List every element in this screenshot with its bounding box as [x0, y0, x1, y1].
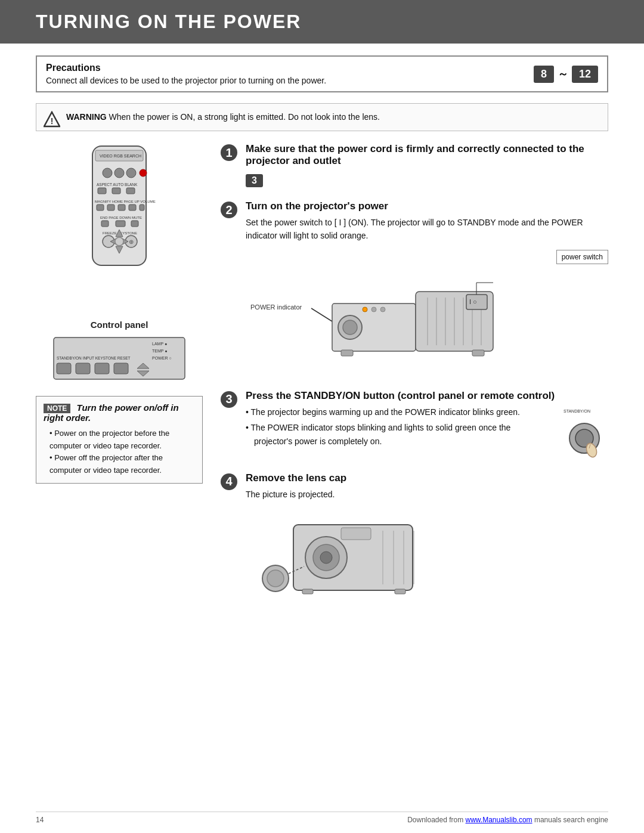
- power-switch-callout: power switch: [556, 250, 608, 264]
- warning-label: WARNING: [66, 112, 107, 122]
- step-3-body-row: The projector begins warming up and the …: [246, 405, 608, 459]
- step-3-number: 3: [221, 391, 237, 408]
- step-3-title: Press the STANDBY/ON button (control pan…: [246, 390, 608, 402]
- svg-rect-83: [395, 589, 405, 594]
- step-4-content: Remove the lens cap The picture is proje…: [246, 472, 608, 604]
- step-2: 2 Turn on the projector's power Set the …: [221, 200, 608, 371]
- svg-text:POWER ○: POWER ○: [152, 356, 172, 360]
- page-number: 14: [36, 816, 44, 824]
- warning-box: ! WARNING When the power is ON, a strong…: [36, 103, 608, 131]
- svg-rect-10: [98, 188, 106, 194]
- standby-button-illustration: STANDBY/ON: [561, 405, 608, 459]
- step-1: 1 Make sure that the power cord is firml…: [221, 143, 608, 187]
- svg-text:STANDBY/ON: STANDBY/ON: [564, 409, 590, 413]
- bottom-left: NOTE Turn the power on/off in right orde…: [36, 390, 203, 484]
- main-layout: VIDEO RGB SEARCH ASPECT AUTO BLANK MAGNI…: [36, 143, 608, 384]
- svg-rect-39: [95, 363, 109, 374]
- step-3-bullet-2: The POWER indicator stops blinking and l…: [246, 421, 551, 448]
- note-list-item-2: Power off the projector after the comput…: [49, 452, 195, 477]
- projector-lens-cap-container: [246, 507, 608, 604]
- page-start-badge: 8: [534, 66, 554, 83]
- bottom-row: NOTE Turn the power on/off in right orde…: [36, 390, 608, 617]
- svg-rect-40: [114, 363, 128, 374]
- control-panel-illustration: LAMP ● TEMP ● POWER ○ STANDBY/ON INPUT K…: [51, 335, 188, 382]
- svg-text:ASPECT  AUTO  BLANK: ASPECT AUTO BLANK: [97, 182, 138, 187]
- step-3-bullet-1: The projector begins warming up and the …: [246, 405, 551, 419]
- svg-point-75: [267, 570, 284, 587]
- note-label: NOTE: [44, 404, 70, 413]
- step-3-content: Press the STANDBY/ON button (control pan…: [246, 390, 608, 459]
- step-1-subbadge: 3: [246, 174, 263, 187]
- step-1-content: Make sure that the power cord is firmly …: [246, 143, 608, 187]
- svg-rect-15: [107, 205, 114, 210]
- step-4-number: 4: [221, 473, 237, 490]
- svg-rect-17: [129, 205, 136, 210]
- svg-text:STANDBY/ON  INPUT  KEYSTONE  R: STANDBY/ON INPUT KEYSTONE RESET: [57, 356, 131, 360]
- bottom-right: 3 Press the STANDBY/ON button (control p…: [221, 390, 608, 617]
- control-panel-container: LAMP ● TEMP ● POWER ○ STANDBY/ON INPUT K…: [36, 335, 203, 382]
- step-3-bullets: The projector begins warming up and the …: [246, 405, 551, 448]
- svg-rect-82: [302, 589, 313, 594]
- precautions-content: Precautions Connect all devices to be us…: [46, 63, 326, 85]
- svg-text:!: !: [51, 116, 54, 126]
- svg-rect-20: [101, 221, 109, 227]
- projector-lens-cap-illustration: [246, 507, 448, 602]
- svg-point-7: [126, 168, 136, 178]
- svg-rect-81: [341, 528, 371, 540]
- step-2-title: Turn on the projector's power: [246, 200, 608, 212]
- remote-control-container: VIDEO RGB SEARCH ASPECT AUTO BLANK MAGNI…: [36, 143, 203, 316]
- svg-text:POWER indicator: POWER indicator: [250, 304, 302, 311]
- svg-rect-12: [126, 188, 135, 194]
- svg-point-48: [363, 307, 367, 312]
- warning-text: WARNING When the power is ON, a strong l…: [66, 111, 599, 123]
- svg-rect-11: [112, 188, 120, 194]
- svg-point-6: [114, 168, 124, 178]
- svg-point-73: [320, 552, 332, 563]
- remote-control-illustration: VIDEO RGB SEARCH ASPECT AUTO BLANK MAGNI…: [60, 143, 179, 316]
- page-footer: 14 Downloaded from www.Manualslib.com ma…: [36, 812, 608, 824]
- svg-point-5: [103, 168, 112, 178]
- step-4-title: Remove the lens cap: [246, 472, 608, 484]
- svg-point-47: [343, 320, 357, 335]
- left-column: VIDEO RGB SEARCH ASPECT AUTO BLANK MAGNI…: [36, 143, 203, 382]
- svg-rect-38: [76, 363, 90, 374]
- svg-text:TEMP ●: TEMP ●: [152, 349, 168, 353]
- step-2-body: Set the power switch to [ I ] (ON). The …: [246, 216, 608, 243]
- svg-text:VIDEO  RGB  SEARCH: VIDEO RGB SEARCH: [100, 154, 141, 158]
- svg-line-44: [311, 308, 332, 321]
- step-1-number: 1: [221, 144, 237, 161]
- step-2-number: 2: [221, 202, 237, 218]
- note-box: NOTE Turn the power on/off in right orde…: [36, 396, 203, 484]
- projector-step2-illustration: POWER indicator: [246, 250, 502, 369]
- svg-point-31: [115, 237, 123, 246]
- footer-downloaded: Downloaded from www.Manualslib.com manua…: [407, 816, 608, 824]
- svg-point-8: [140, 169, 147, 176]
- page-title: TURNING ON THE POWER: [36, 11, 608, 33]
- page-container: TURNING ON THE POWER Precautions Connect…: [0, 0, 644, 833]
- page-range: 8 ～ 12: [534, 66, 598, 83]
- step-2-content: Turn on the projector's power Set the po…: [246, 200, 608, 371]
- page-tilde: ～: [558, 67, 568, 81]
- footer-link[interactable]: www.Manualslib.com: [466, 816, 532, 824]
- svg-rect-14: [97, 205, 104, 210]
- control-panel-label: Control panel: [36, 320, 203, 330]
- svg-rect-37: [57, 363, 71, 374]
- svg-text:MAGNIFY HOME PAGE UP VOLUME: MAGNIFY HOME PAGE UP VOLUME: [95, 200, 156, 203]
- step-4-body: The picture is projected.: [246, 488, 608, 501]
- step-4: 4 Remove the lens cap The picture is pro…: [221, 472, 608, 604]
- svg-text:END  PAGE DOWN  MUTE: END PAGE DOWN MUTE: [100, 216, 142, 219]
- svg-text:LAMP ●: LAMP ●: [152, 342, 167, 346]
- svg-text:⊕: ⊕: [129, 239, 134, 245]
- svg-point-49: [371, 307, 376, 312]
- svg-rect-64: [472, 350, 484, 356]
- precautions-box: Precautions Connect all devices to be us…: [36, 55, 608, 92]
- note-list-item-1: Power on the projector before the comput…: [49, 428, 195, 453]
- step-1-title: Make sure that the power cord is firmly …: [246, 143, 608, 167]
- page-end-badge: 12: [572, 66, 598, 83]
- svg-rect-22: [131, 221, 138, 227]
- title-bar: TURNING ON THE POWER: [0, 0, 644, 44]
- svg-text:I   ○: I ○: [469, 298, 477, 305]
- warning-body: When the power is ON, a strong light is …: [109, 112, 380, 122]
- right-column: 1 Make sure that the power cord is firml…: [221, 143, 608, 384]
- note-header: NOTE Turn the power on/off in right orde…: [44, 402, 195, 423]
